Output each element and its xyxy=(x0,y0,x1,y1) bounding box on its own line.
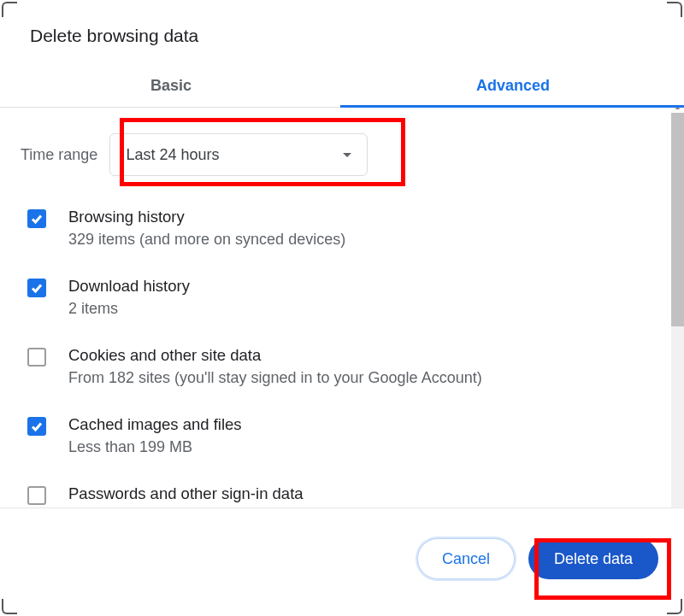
item-subtitle: 2 items xyxy=(68,297,650,320)
checkbox-passwords[interactable] xyxy=(27,486,46,505)
item-text: Passwords and other sign-in data None xyxy=(68,483,650,507)
chevron-down-icon xyxy=(343,153,351,157)
corner-decoration xyxy=(2,599,17,614)
item-text: Cookies and other site data From 182 sit… xyxy=(68,344,650,390)
item-subtitle: 329 items (and more on synced devices) xyxy=(68,228,650,251)
item-passwords: Passwords and other sign-in data None xyxy=(27,483,650,507)
item-browsing-history: Browsing history 329 items (and more on … xyxy=(27,206,650,251)
tab-basic[interactable]: Basic xyxy=(0,65,342,107)
corner-decoration xyxy=(667,599,682,614)
delete-browsing-data-dialog: Delete browsing data Basic Advanced ▲ Ti… xyxy=(0,0,684,616)
time-range-select[interactable]: Last 24 hours xyxy=(109,133,368,176)
item-title: Passwords and other sign-in data xyxy=(68,483,650,505)
item-title: Cookies and other site data xyxy=(68,344,650,367)
item-title: Download history xyxy=(68,275,650,297)
checkbox-cookies[interactable] xyxy=(27,348,46,367)
item-text: Cached images and files Less than 199 MB xyxy=(68,414,650,459)
item-cached-images: Cached images and files Less than 199 MB xyxy=(27,414,650,459)
item-download-history: Download history 2 items xyxy=(27,275,650,320)
item-title: Browsing history xyxy=(68,206,650,228)
delete-data-button[interactable]: Delete data xyxy=(528,538,658,579)
item-text: Download history 2 items xyxy=(68,275,650,320)
item-subtitle: From 182 sites (you'll stay signed in to… xyxy=(68,367,650,390)
corner-decoration xyxy=(2,2,17,17)
time-range-label: Time range xyxy=(21,146,97,164)
time-range-value: Last 24 hours xyxy=(126,146,219,164)
items-list: Browsing history 329 items (and more on … xyxy=(0,176,684,507)
tab-bar: Basic Advanced xyxy=(0,65,684,108)
checkbox-browsing-history[interactable] xyxy=(27,209,46,228)
cancel-button[interactable]: Cancel xyxy=(417,538,515,579)
time-range-row: Time range Last 24 hours xyxy=(0,108,684,176)
item-text: Browsing history 329 items (and more on … xyxy=(68,206,650,251)
item-cookies: Cookies and other site data From 182 sit… xyxy=(27,344,650,390)
corner-decoration xyxy=(667,2,682,17)
item-title: Cached images and files xyxy=(68,414,650,436)
item-subtitle: Less than 199 MB xyxy=(68,436,650,459)
dialog-footer: Cancel Delete data xyxy=(0,507,684,590)
content-area: ▲ Time range Last 24 hours Browsing hist… xyxy=(0,108,684,507)
checkbox-download-history[interactable] xyxy=(27,279,46,297)
item-subtitle: None xyxy=(68,504,650,507)
tab-advanced[interactable]: Advanced xyxy=(342,65,684,107)
dialog-title: Delete browsing data xyxy=(0,0,684,46)
checkbox-cached-images[interactable] xyxy=(27,417,46,436)
